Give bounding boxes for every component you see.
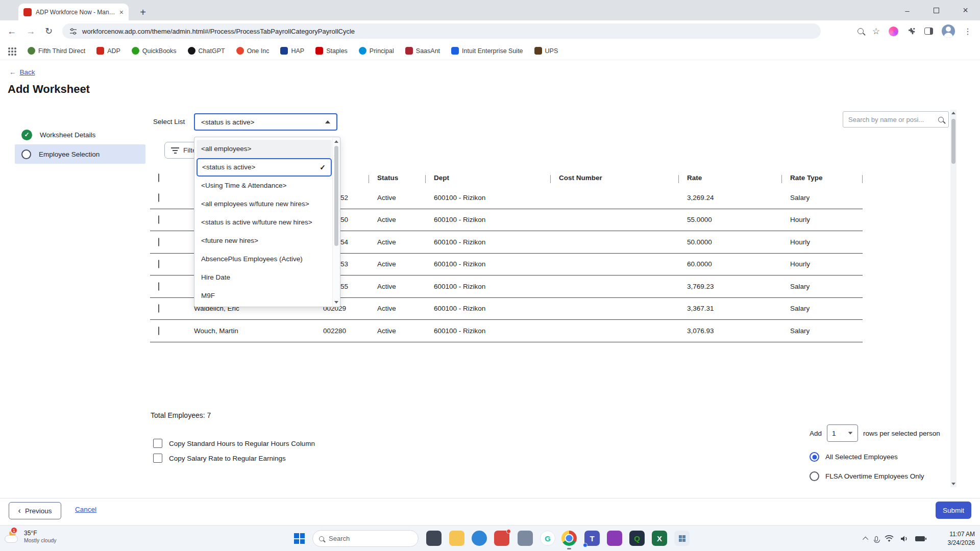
cancel-link[interactable]: Cancel xyxy=(75,506,96,513)
radio-unselected-icon[interactable] xyxy=(810,471,819,481)
scroll-up-icon[interactable] xyxy=(334,140,338,143)
taskbar-app-edge[interactable] xyxy=(472,531,487,546)
taskbar-app-chrome[interactable] xyxy=(561,531,577,546)
new-tab-button[interactable]: + xyxy=(136,5,150,19)
previous-button[interactable]: ‹ Previous xyxy=(9,502,61,519)
scroll-down-icon[interactable] xyxy=(951,483,955,485)
wifi-icon[interactable] xyxy=(885,535,894,542)
browser-menu-icon[interactable]: ⋮ xyxy=(964,27,972,36)
apps-grid-icon[interactable] xyxy=(8,47,10,49)
employee-search[interactable] xyxy=(843,111,949,128)
bookmark-fifth-third[interactable]: Fifth Third Direct xyxy=(28,47,85,55)
taskbar-clock[interactable]: 11:07 AM 3/24/2026 xyxy=(948,530,975,547)
taskbar-app-excel[interactable]: X xyxy=(652,531,667,546)
select-list-dropdown[interactable]: <status is active> xyxy=(194,113,337,131)
bookmark-hap[interactable]: HAP xyxy=(280,47,304,55)
scroll-thumb[interactable] xyxy=(951,119,955,164)
dropdown-option[interactable]: <status is active w/future new hires> xyxy=(197,213,332,232)
search-input[interactable] xyxy=(848,116,938,123)
browser-tab[interactable]: ADP Workforce Now - Manage... × xyxy=(18,4,129,20)
dropdown-option[interactable]: <all employees> xyxy=(197,140,332,158)
row-checkbox[interactable] xyxy=(158,304,159,313)
volume-icon[interactable] xyxy=(900,535,909,542)
back-link[interactable]: ← Back xyxy=(9,68,35,76)
reload-icon[interactable]: ↻ xyxy=(45,26,53,37)
radio-flsa-overtime-only[interactable]: FLSA Overtime Employees Only xyxy=(810,471,924,481)
profile-avatar[interactable] xyxy=(942,24,955,38)
bookmark-chatgpt[interactable]: ChatGPT xyxy=(188,47,225,55)
bookmark-ups[interactable]: UPS xyxy=(534,47,558,55)
minimize-button[interactable]: – xyxy=(893,0,922,20)
submit-button[interactable]: Submit xyxy=(936,502,971,519)
checkbox-label: Copy Standard Hours to Regular Hours Col… xyxy=(169,440,315,447)
copy-salary-rate-option[interactable]: Copy Salary Rate to Regular Earnings xyxy=(153,454,286,463)
bookmark-quickbooks[interactable]: QuickBooks xyxy=(132,47,177,55)
row-checkbox[interactable] xyxy=(158,215,159,224)
fifth-third-favicon-icon xyxy=(28,47,35,55)
dropdown-option[interactable]: Hire Date xyxy=(197,268,332,287)
copy-standard-hours-option[interactable]: Copy Standard Hours to Regular Hours Col… xyxy=(153,439,315,448)
extensions-puzzle-icon[interactable] xyxy=(907,27,916,36)
cell-id: 002280 xyxy=(314,327,369,335)
taskbar-app-file-explorer[interactable] xyxy=(449,531,464,546)
row-checkbox[interactable] xyxy=(158,238,159,246)
scroll-up-icon[interactable] xyxy=(951,112,955,114)
page-scrollbar[interactable] xyxy=(950,110,957,487)
bookmark-principal[interactable]: Principal xyxy=(359,47,394,55)
row-checkbox[interactable] xyxy=(158,260,159,268)
dropdown-option[interactable]: <future new hires> xyxy=(197,232,332,250)
battery-icon[interactable] xyxy=(915,536,925,541)
intuit-favicon-icon xyxy=(451,47,459,55)
row-checkbox[interactable] xyxy=(158,193,159,202)
side-panel-icon[interactable] xyxy=(924,28,933,35)
dropdown-option[interactable]: <Using Time & Attendance> xyxy=(197,177,332,195)
dropdown-option[interactable]: AbsencePlus Employees (Active) xyxy=(197,250,332,268)
radio-selected-icon[interactable] xyxy=(810,452,819,462)
taskbar-search[interactable]: Search xyxy=(312,530,419,547)
bookmark-star-icon[interactable]: ☆ xyxy=(872,26,880,37)
taskbar-app-teams[interactable]: T xyxy=(584,531,600,546)
hidden-icons-chevron[interactable] xyxy=(863,536,868,542)
start-button[interactable] xyxy=(294,533,305,544)
bookmark-one-inc[interactable]: One Inc xyxy=(236,47,270,55)
taskbar-app-grammarly[interactable]: G xyxy=(540,531,555,546)
row-checkbox[interactable] xyxy=(158,327,159,335)
weather-widget[interactable]: 1 35°F Mostly cloudy xyxy=(4,529,57,544)
dropdown-scrollbar[interactable] xyxy=(332,138,339,306)
dropdown-option[interactable]: M9F xyxy=(197,287,332,305)
taskbar-app-office[interactable] xyxy=(607,531,622,546)
scroll-down-icon[interactable] xyxy=(334,301,338,304)
zoom-icon[interactable] xyxy=(857,28,864,34)
dropdown-option-selected[interactable]: <status is active> ✓ xyxy=(197,158,332,177)
extension-orb-icon[interactable] xyxy=(889,27,898,36)
maximize-button[interactable] xyxy=(922,0,951,20)
taskbar-app-notifying[interactable] xyxy=(494,531,509,546)
back-nav-icon[interactable]: ← xyxy=(7,26,16,37)
close-window-button[interactable]: × xyxy=(951,0,980,20)
select-all-checkbox[interactable] xyxy=(158,173,159,182)
bookmark-intuit[interactable]: Intuit Enterprise Suite xyxy=(451,47,523,55)
taskbar-app-system-window[interactable] xyxy=(426,531,442,546)
microphone-icon[interactable] xyxy=(875,536,878,541)
url-bar[interactable]: workforcenow.adp.com/theme/admin.html#/P… xyxy=(62,23,821,39)
rows-count-select[interactable]: 1 xyxy=(827,424,858,442)
scroll-thumb[interactable] xyxy=(334,146,338,246)
bookmark-saasant[interactable]: SaasAnt xyxy=(405,47,440,55)
row-checkbox[interactable] xyxy=(158,282,159,291)
bookmark-adp[interactable]: ADP xyxy=(96,47,120,55)
tab-close-icon[interactable]: × xyxy=(119,8,124,16)
table-row[interactable]: Wouch, Martin 002280 Active 600100 - Riz… xyxy=(150,320,863,342)
dropdown-option[interactable]: <all employees w/future new hires> xyxy=(197,195,332,213)
search-icon[interactable] xyxy=(938,117,944,122)
taskbar-app-utility[interactable] xyxy=(518,531,533,546)
step-employee-selection[interactable]: Employee Selection xyxy=(15,144,145,164)
radio-all-selected-employees[interactable]: All Selected Employees xyxy=(810,452,898,462)
taskbar-app-grid[interactable] xyxy=(674,531,690,546)
copy-standard-hours-checkbox[interactable] xyxy=(153,439,162,448)
copy-salary-rate-checkbox[interactable] xyxy=(153,454,162,463)
bookmark-staples[interactable]: Staples xyxy=(315,47,348,55)
taskbar-app-quickbooks[interactable]: Q xyxy=(629,531,645,546)
step-worksheet-details[interactable]: ✓ Worksheet Details xyxy=(15,125,145,144)
forward-nav-icon[interactable]: → xyxy=(26,26,35,37)
saasant-favicon-icon xyxy=(405,47,413,55)
